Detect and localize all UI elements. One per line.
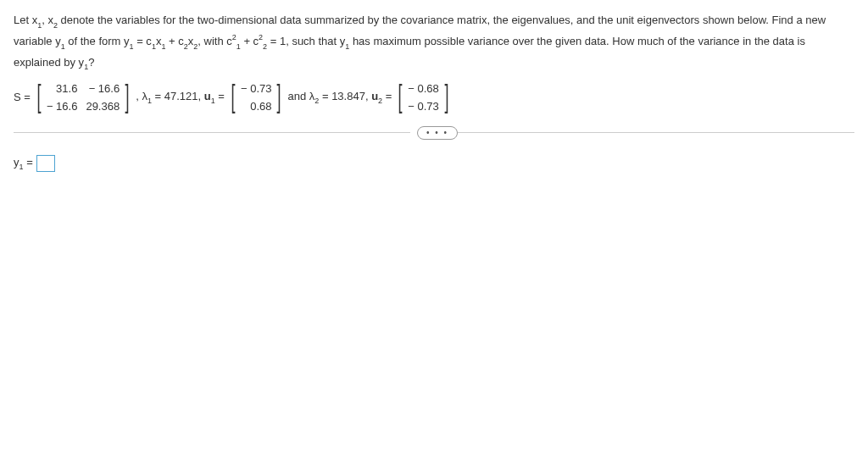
text: , x [42,14,53,26]
u2-label: u [371,90,378,102]
y1-label: y [14,156,19,169]
divider-line [14,132,410,133]
vector-u2: [ − 0.68 − 0.73 ] [396,80,451,114]
text: + c [241,35,259,47]
bracket-right-icon: ] [277,83,281,110]
matrix-cell: 29.368 [86,100,120,113]
text: Let x [14,14,37,26]
sub: 1 [161,42,165,51]
text: has maximum possible variance over the g… [14,35,805,69]
equals: = [215,90,225,102]
bracket-right-icon: ] [444,83,448,110]
text: ? [88,56,94,69]
matrix-cell: − 0.68 [408,82,439,95]
vector-u1: [ − 0.73 0.68 ] [229,80,284,114]
y1-answer-input[interactable] [36,155,55,172]
sub: 2 [314,97,319,105]
text: , with c [198,35,231,47]
s-label: S = [14,91,31,103]
bracket-right-icon: ] [125,83,130,110]
bracket-left-icon: [ [398,83,403,110]
equals: = [24,156,33,169]
sub: 1 [211,97,215,105]
sub: 1 [130,42,134,51]
given-data-line: S = [ 31.6 − 16.6 − 16.6 29.368 ] , λ1 =… [14,80,854,114]
text: = 1, such that y [267,35,345,47]
problem-statement: Let x1, x2 denote the variables for the … [14,10,854,74]
text: = c [134,35,152,47]
divider-row: • • • [14,126,854,140]
text: + c [165,35,183,47]
sub: 1 [84,63,88,71]
and-text: and [287,90,309,102]
sub: 1 [152,42,156,51]
sub: 1 [345,42,349,51]
sub: 2 [193,42,198,51]
sub: 2 [53,21,58,30]
matrix-cell: 0.68 [241,100,272,113]
sub: 1 [61,42,65,51]
sub: 1 [19,163,24,171]
sub: 2 [184,42,188,51]
bracket-left-icon: [ [231,83,235,110]
sub: 1 [147,97,152,105]
answer-row: y1 = [14,155,854,172]
matrix-cell: − 0.73 [241,82,272,95]
matrix-cell: − 0.73 [408,100,439,113]
matrix-cell: − 16.6 [47,100,78,113]
matrix-s: [ 31.6 − 16.6 − 16.6 29.368 ] [35,80,131,114]
sub: 1 [37,21,42,30]
matrix-cell: − 16.6 [86,82,120,95]
lambda1-value: = 47.121, [152,90,204,102]
divider-line [458,132,854,133]
text: of the form y [65,35,130,47]
bracket-left-icon: [ [36,83,41,110]
matrix-cell: 31.6 [47,82,78,95]
sub: 1 [236,42,241,51]
more-options-button[interactable]: • • • [417,126,458,140]
sub: 2 [263,42,267,51]
sup: 2 [232,33,236,41]
lambda2-value: = 13.847, [319,90,371,102]
u1-label: u [204,90,211,102]
sup: 2 [259,33,263,41]
lambda-label: λ [142,90,147,102]
equals: = [382,90,392,102]
sub: 2 [378,97,382,105]
